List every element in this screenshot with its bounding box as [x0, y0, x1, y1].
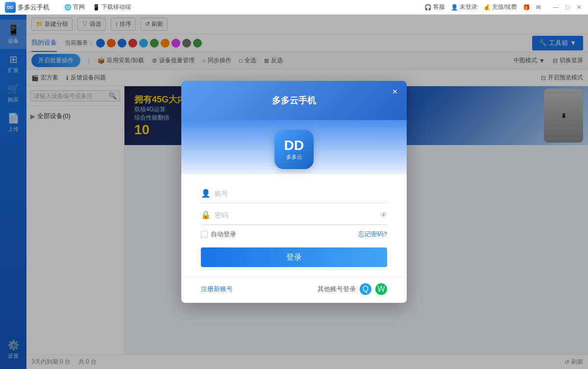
close-btn[interactable]: ✕ [575, 3, 583, 11]
modal-body: 👤 🔒 👁 自动登录 忘记密码? 登录 [181, 174, 407, 277]
modal-header: 多多云手机 × [181, 81, 407, 120]
login-btn-header[interactable]: 👤 未登录 [451, 3, 477, 11]
register-link[interactable]: 注册新账号 [201, 285, 233, 294]
title-bar: DD 多多云手机 🌐 官网 📱 下载移动端 🎧 客服 👤 未登录 💰 充值/续费… [0, 0, 588, 15]
account-field: 👤 [201, 184, 387, 203]
wechat-login-btn[interactable]: W [375, 283, 387, 295]
modal-title: 多多云手机 [272, 95, 316, 106]
qq-login-btn[interactable]: Q [360, 283, 371, 295]
nav-official-site[interactable]: 🌐 官网 [64, 3, 85, 11]
auto-login-label: 自动登录 [211, 230, 236, 239]
modal-overlay: 多多云手机 × DD 多多云 👤 🔒 👁 自动登录 [0, 15, 588, 369]
password-icon: 🔒 [201, 210, 211, 220]
password-input[interactable] [215, 211, 376, 219]
other-login: 其他账号登录 Q W [318, 283, 387, 295]
auto-login-row: 自动登录 忘记密码? [201, 230, 387, 239]
window-controls: — □ ✕ [552, 3, 583, 11]
gift-btn[interactable]: 🎁 [523, 4, 530, 11]
modal-logo-area: DD 多多云 [181, 120, 407, 174]
nav-download[interactable]: 📱 下载移动端 [93, 3, 131, 11]
mail-btn[interactable]: ✉ [536, 4, 541, 11]
modal-footer: 注册新账号 其他账号登录 Q W [181, 277, 407, 303]
auto-login-checkbox[interactable] [201, 231, 208, 238]
app-logo-large: DD 多多云 [274, 130, 314, 169]
toggle-password-icon[interactable]: 👁 [380, 211, 387, 219]
forgot-password-link[interactable]: 忘记密码? [358, 230, 387, 239]
auto-login-left: 自动登录 [201, 230, 236, 239]
other-login-label: 其他账号登录 [318, 285, 356, 294]
account-icon: 👤 [201, 189, 211, 198]
logo-sub-text: 多多云 [286, 153, 302, 161]
password-field: 🔒 👁 [201, 205, 387, 225]
recharge-btn[interactable]: 💰 充值/续费 [483, 3, 517, 11]
app-logo-area: DD 多多云手机 [5, 2, 49, 13]
customer-service-btn[interactable]: 🎧 客服 [424, 3, 445, 11]
minimize-btn[interactable]: — [552, 3, 560, 11]
dd-logo: DD [5, 2, 16, 13]
login-modal: 多多云手机 × DD 多多云 👤 🔒 👁 自动登录 [181, 81, 407, 303]
app-title: 多多云手机 [18, 3, 49, 12]
logo-dd-text: DD [284, 139, 304, 152]
account-input[interactable] [215, 190, 387, 197]
login-submit-btn[interactable]: 登录 [201, 247, 387, 267]
title-bar-right: 🎧 客服 👤 未登录 💰 充值/续费 🎁 ✉ — □ ✕ [424, 3, 583, 11]
modal-close-btn[interactable]: × [389, 86, 401, 98]
maximize-btn[interactable]: □ [564, 3, 571, 11]
title-nav: 🌐 官网 📱 下载移动端 [64, 3, 131, 11]
